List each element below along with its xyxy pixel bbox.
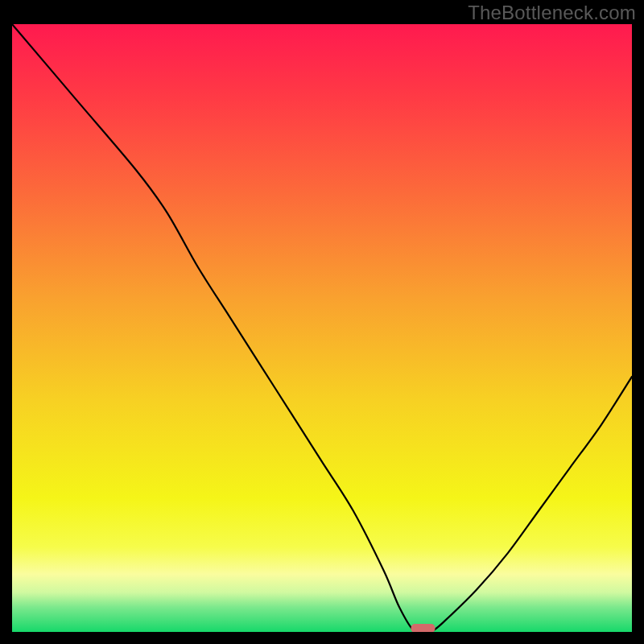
- watermark-label: TheBottleneck.com: [468, 2, 636, 24]
- heat-background: [12, 24, 632, 632]
- chart-frame: TheBottleneck.com: [0, 0, 644, 644]
- bottleneck-plot: [12, 24, 632, 632]
- optimum-marker: [411, 624, 436, 632]
